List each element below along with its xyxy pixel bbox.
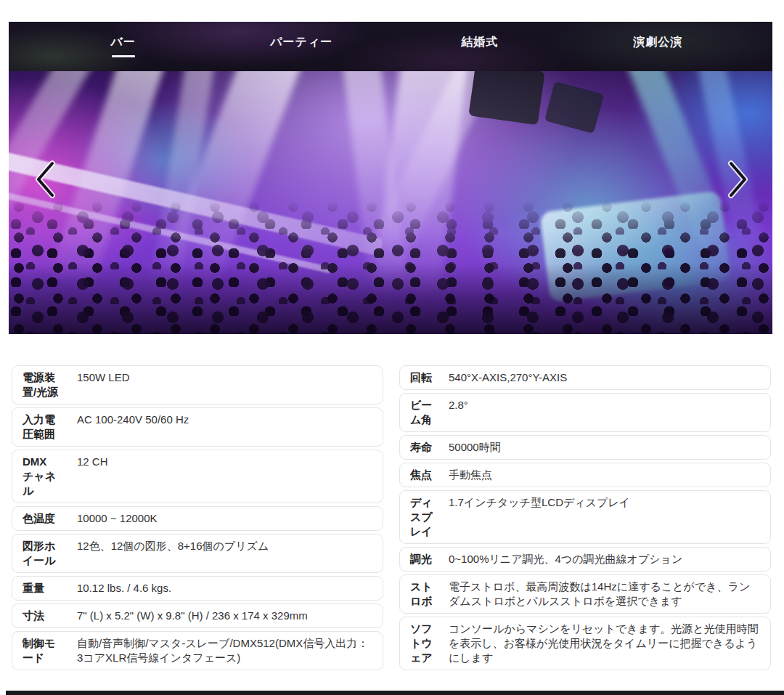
spec-value: 電子ストロボ、最高周波数は14Hzに達することができ、ランダムストロボとパルスス…: [449, 580, 760, 609]
spec-value: 10.12 lbs. / 4.6 kgs.: [77, 581, 372, 596]
category-tabs: バー パーティー 結婚式 演劇公演: [9, 22, 772, 71]
spec-value: 手動焦点: [449, 468, 760, 482]
tab-theater[interactable]: 演劇公演: [569, 36, 748, 57]
spec-label: 図形ホ イール: [23, 539, 63, 568]
spec-value: 150W LED: [77, 370, 372, 399]
carousel-prev-button[interactable]: [29, 160, 61, 200]
spec-label: 電源装 置/光源: [23, 370, 63, 399]
table-row-rotation: 回転 540°X-AXIS,270°Y-AXIS: [399, 365, 771, 390]
spec-value: 12色、12個の図形、8+16個のプリズム: [77, 539, 372, 568]
tab-underline: [468, 55, 491, 57]
spec-value: AC 100-240V 50/60 Hz: [77, 412, 372, 442]
table-row-dimensions: 寸法 7" (L) x 5.2" (W) x 9.8" (H) / 236 x …: [12, 603, 383, 628]
spec-label: ソフ トウ ェア: [410, 622, 439, 665]
spec-value: 12 CH: [77, 455, 372, 498]
spec-label: 調光: [410, 552, 439, 566]
spec-label: 制御モ ード: [23, 636, 63, 665]
spec-value: 0~100%リニア調光、4つの調光曲線オプション: [449, 552, 760, 566]
spec-value: 50000時間: [449, 440, 760, 455]
active-tab-underline: [112, 55, 135, 57]
table-row-control-mode: 制御モ ード 自動/音声制御/マスタ-スレーブ/DMX512(DMX信号入出力：…: [12, 631, 383, 670]
table-row-dmx: DMX チャネ ル 12 CH: [12, 450, 383, 503]
chevron-right-icon: [726, 160, 751, 199]
footer-divider: [6, 691, 784, 695]
spec-label: 焦点: [410, 468, 439, 482]
spec-label: 入力電 圧範囲: [23, 412, 63, 442]
spec-value: 1.7インチタッチ型LCDディスプレイ: [449, 495, 760, 539]
chevron-left-icon: [33, 160, 57, 199]
spec-label: 色温度: [23, 511, 63, 526]
spec-label: ビー ム角: [410, 398, 439, 427]
hero-haze: [9, 71, 772, 334]
spec-label: 寿命: [410, 440, 439, 455]
tab-label: バー: [111, 36, 136, 49]
tab-bar[interactable]: バー: [34, 36, 213, 57]
tab-underline: [290, 55, 313, 57]
table-row-color-temp: 色温度 10000 ~ 12000K: [12, 506, 383, 531]
table-row-strobe: スト ロボ 電子ストロボ、最高周波数は14Hzに達することができ、ランダムストロ…: [399, 574, 771, 614]
spec-label: 重量: [23, 581, 63, 596]
table-row-software: ソフ トウ ェア コンソールからマシンをリセットできます。光源と光使用時間を表示…: [399, 617, 771, 670]
spec-value: 540°X-AXIS,270°Y-AXIS: [449, 370, 760, 385]
spec-table-right: 回転 540°X-AXIS,270°Y-AXIS ビー ム角 2.8° 寿命 5…: [399, 365, 771, 673]
table-row-focus: 焦点 手動焦点: [399, 463, 771, 487]
table-row-power: 電源装 置/光源 150W LED: [12, 365, 383, 405]
tab-label: 演劇公演: [633, 36, 682, 49]
hero-carousel-image: [9, 71, 772, 334]
product-page: バー パーティー 結婚式 演劇公演: [0, 0, 784, 695]
table-row-weight: 重量 10.12 lbs. / 4.6 kgs.: [12, 576, 383, 601]
table-row-display: ディ スプ レイ 1.7インチタッチ型LCDディスプレイ: [399, 490, 771, 544]
spec-label: 回転: [410, 370, 439, 385]
spec-value: 10000 ~ 12000K: [77, 511, 372, 526]
spec-label: ディ スプ レイ: [410, 495, 439, 539]
spec-value: 2.8°: [449, 398, 760, 427]
spec-value: 7" (L) x 5.2" (W) x 9.8" (H) / 236 x 174…: [77, 609, 372, 623]
table-row-voltage: 入力電 圧範囲 AC 100-240V 50/60 Hz: [12, 407, 383, 447]
table-row-dimming: 調光 0~100%リニア調光、4つの調光曲線オプション: [399, 547, 771, 572]
carousel-next-button[interactable]: [722, 160, 754, 200]
table-row-gobo-wheel: 図形ホ イール 12色、12個の図形、8+16個のプリズム: [12, 534, 383, 573]
tab-underline: [646, 55, 669, 57]
spec-value: コンソールからマシンをリセットできます。光源と光使用時間を表示し、お客様が光使用…: [449, 622, 760, 665]
spec-label: DMX チャネ ル: [23, 455, 63, 498]
tab-wedding[interactable]: 結婚式: [391, 36, 569, 57]
table-row-beam-angle: ビー ム角 2.8°: [399, 393, 771, 432]
tab-label: 結婚式: [461, 36, 498, 49]
spec-value: 自動/音声制御/マスタ-スレーブ/DMX512(DMX信号入出力：3コアXLR信…: [77, 636, 372, 665]
table-row-lifespan: 寿命 50000時間: [399, 435, 771, 460]
tab-party[interactable]: パーティー: [213, 36, 391, 57]
spec-label: 寸法: [23, 609, 63, 623]
spec-label: スト ロボ: [410, 580, 439, 609]
spec-table-left: 電源装 置/光源 150W LED 入力電 圧範囲 AC 100-240V 50…: [12, 365, 383, 673]
tab-label: パーティー: [270, 36, 332, 49]
